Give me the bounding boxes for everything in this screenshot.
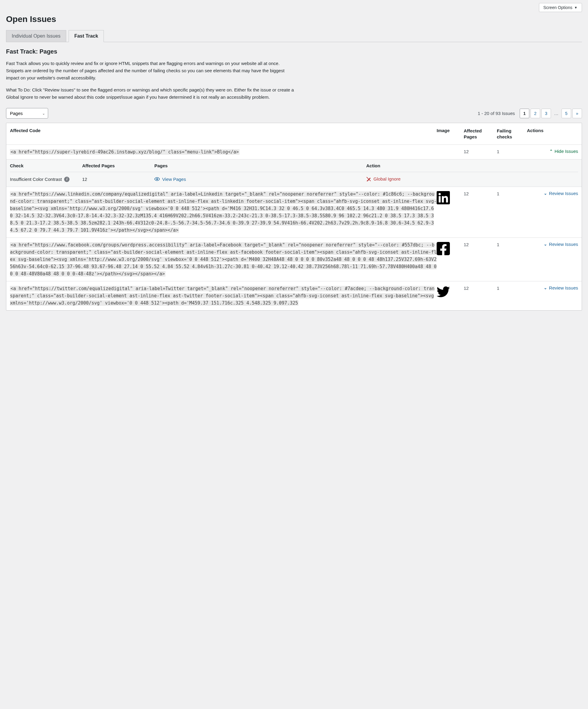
- filter-select[interactable]: Pages: [6, 108, 48, 119]
- col-image: Image: [437, 128, 464, 133]
- review-issues-label: Review Issues: [549, 191, 578, 196]
- screen-options-label: Screen Options: [543, 5, 573, 10]
- failing-checks-value: 1: [497, 241, 527, 247]
- facebook-icon: [437, 242, 450, 255]
- chevron-down-icon: ⌄: [544, 191, 547, 195]
- affected-code-cell: <a href="https://www.linkedin.com/compan…: [10, 190, 437, 234]
- table-row: <a href="https://twitter.com/equalizedig…: [6, 281, 582, 310]
- section-title: Fast Track: Pages: [6, 48, 582, 55]
- affected-pages-value: 12: [464, 241, 497, 247]
- col-affected-code: Affected Code: [10, 128, 437, 133]
- page-title: Open Issues: [6, 15, 582, 24]
- page-3[interactable]: 3: [541, 109, 551, 118]
- table-row: <a href="https://www.linkedin.com/compan…: [6, 187, 582, 238]
- chevron-up-icon: ⌃: [550, 149, 553, 154]
- col-affected-pages: Affected Pages: [464, 128, 497, 140]
- col-failing-checks: Failing checks: [497, 128, 527, 140]
- failing-checks-value: 1: [497, 190, 527, 196]
- table-row: <a href="https://super-lyrebird-49ac26.i…: [6, 145, 582, 159]
- pagination: 1 2 3 … 5 »: [520, 109, 582, 118]
- description-2: What To Do: Click "Review Issues" to see…: [6, 86, 298, 101]
- failing-checks-value: 1: [497, 285, 527, 291]
- subcol-check: Check: [10, 163, 82, 168]
- tab-fast-track[interactable]: Fast Track: [69, 30, 104, 42]
- col-actions: Actions: [527, 128, 578, 133]
- review-issues-label: Review Issues: [549, 285, 578, 290]
- hide-issues-label: Hide Issues: [555, 149, 578, 154]
- page-last[interactable]: 5: [562, 109, 571, 118]
- expanded-sub-table: Check Affected Pages Pages Action Insuff…: [6, 159, 582, 187]
- tab-individual-open-issues[interactable]: Individual Open Issues: [6, 30, 66, 42]
- svg-point-0: [156, 178, 158, 180]
- subcol-action: Action: [366, 163, 578, 168]
- subcol-pages: Pages: [154, 163, 366, 168]
- review-issues-button[interactable]: ⌄ Review Issues: [544, 191, 578, 196]
- global-ignore-label: Global Ignore: [373, 176, 401, 181]
- global-ignore-button[interactable]: Global Ignore: [366, 176, 401, 181]
- linkedin-icon: [437, 191, 450, 204]
- view-pages-label: View Pages: [162, 177, 186, 182]
- view-pages-button[interactable]: View Pages: [154, 177, 186, 182]
- ignore-icon: [366, 177, 371, 181]
- chevron-down-icon: ⌄: [544, 242, 547, 246]
- screen-options-button[interactable]: Screen Options ▼: [539, 3, 582, 12]
- affected-code-cell: <a href="https://twitter.com/equalizedig…: [10, 285, 437, 307]
- page-current[interactable]: 1: [520, 109, 529, 118]
- nav-tabs: Individual Open Issues Fast Track: [6, 30, 582, 42]
- page-2[interactable]: 2: [531, 109, 540, 118]
- page-ellipsis: …: [552, 111, 560, 116]
- twitter-icon: [437, 286, 450, 299]
- chevron-down-icon: ⌄: [544, 286, 547, 290]
- review-issues-button[interactable]: ⌄ Review Issues: [544, 285, 578, 290]
- affected-pages-value: 12: [464, 285, 497, 291]
- check-name: Insufficient Color Contrast: [10, 177, 62, 182]
- info-icon[interactable]: i: [64, 177, 70, 182]
- table-row: <a href="https://www.facebook.com/groups…: [6, 238, 582, 281]
- sub-affected-pages: 12: [82, 177, 154, 182]
- results-counter: 1 - 20 of 93 Issues: [478, 111, 515, 116]
- chevron-down-icon: ▼: [574, 6, 578, 9]
- affected-code-cell: <a href="https://super-lyrebird-49ac26.i…: [10, 148, 437, 156]
- affected-code-cell: <a href="https://www.facebook.com/groups…: [10, 241, 437, 278]
- description-1: Fast Track allows you to quickly review …: [6, 60, 298, 82]
- eye-icon: [154, 177, 160, 181]
- affected-pages-value: 12: [464, 190, 497, 196]
- issues-table: Affected Code Image Affected Pages Faili…: [6, 123, 582, 311]
- review-issues-label: Review Issues: [549, 242, 578, 247]
- failing-checks-value: 1: [497, 148, 527, 154]
- affected-pages-value: 12: [464, 148, 497, 154]
- review-issues-button[interactable]: ⌄ Review Issues: [544, 242, 578, 247]
- hide-issues-button[interactable]: ⌃ Hide Issues: [550, 149, 578, 154]
- page-next[interactable]: »: [572, 109, 582, 118]
- subcol-affected-pages: Affected Pages: [82, 163, 154, 168]
